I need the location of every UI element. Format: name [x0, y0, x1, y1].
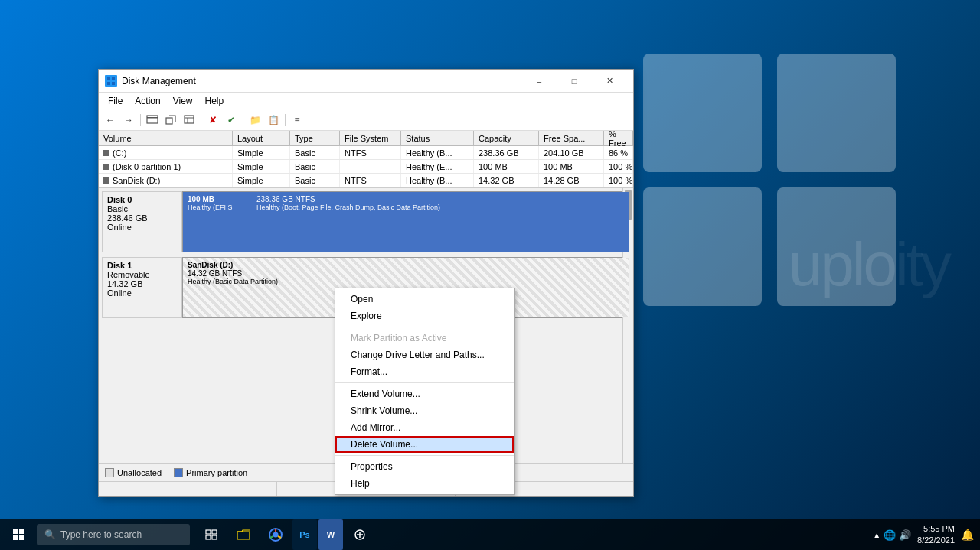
ctx-open[interactable]: Open: [335, 291, 514, 308]
cell-status-3: Healthy (B...: [401, 174, 474, 187]
minimize-button[interactable]: –: [521, 70, 557, 93]
cell-layout-1: Simple: [233, 146, 290, 159]
toolbar: ← → ✘ ✔ 📁 📋 ≡: [99, 109, 633, 131]
close-button[interactable]: ✕: [592, 70, 627, 93]
toolbar-btn1[interactable]: [144, 112, 161, 129]
disk0-row: Disk 0 Basic 238.46 GB Online 100 MB Hea…: [102, 191, 630, 252]
taskbar-photoshop[interactable]: Ps: [292, 519, 317, 550]
cell-fs-2: [340, 160, 401, 173]
toolbar-btn3[interactable]: [181, 112, 198, 129]
svg-rect-20: [206, 535, 211, 539]
legend-primary-label: Primary partition: [186, 468, 247, 477]
svg-rect-19: [212, 530, 217, 534]
ctx-properties[interactable]: Properties: [335, 458, 514, 475]
table-row[interactable]: (Disk 0 partition 1) Simple Basic Health…: [99, 160, 633, 174]
toolbar-forward[interactable]: →: [120, 112, 137, 129]
taskbar-taskview[interactable]: [196, 519, 227, 550]
toolbar-paste[interactable]: 📋: [265, 112, 282, 129]
sandisk-status: Healthy (Basic Data Partition): [188, 278, 625, 285]
toolbar-back[interactable]: ←: [102, 112, 119, 129]
col-pctfree[interactable]: % Free: [604, 131, 633, 145]
svg-rect-6: [107, 82, 110, 85]
toolbar-check[interactable]: ✔: [223, 112, 240, 129]
col-layout[interactable]: Layout: [233, 131, 290, 145]
disk0-status: Online: [107, 223, 177, 232]
cell-layout-2: Simple: [233, 160, 290, 173]
toolbar-btn2[interactable]: [162, 112, 179, 129]
cell-free-3: 14.28 GB: [539, 174, 604, 187]
disk0-partitions: 100 MB Healthy (EFI S 238.36 GB NTFS Hea…: [182, 191, 630, 252]
clock[interactable]: 5:55 PM 8/22/2021: [917, 523, 955, 547]
toolbar-delete[interactable]: ✘: [204, 112, 221, 129]
table-row[interactable]: SanDisk (D:) Simple Basic NTFS Healthy (…: [99, 174, 633, 187]
notification-button[interactable]: 🔔: [961, 529, 974, 541]
disk0-main-partition[interactable]: 238.36 GB NTFS Healthy (Boot, Page File,…: [252, 192, 629, 252]
main-info: 238.36 GB NTFS: [256, 195, 625, 203]
svg-rect-11: [185, 116, 194, 123]
tray-volume[interactable]: 🔊: [899, 529, 911, 541]
col-status[interactable]: Status: [401, 131, 474, 145]
menu-action[interactable]: Action: [129, 94, 166, 108]
cell-type-2: Basic: [290, 160, 340, 173]
col-capacity[interactable]: Capacity: [474, 131, 539, 145]
toolbar-sep4: [285, 114, 286, 126]
taskbar-search[interactable]: 🔍 Type here to search: [37, 524, 190, 545]
menu-help[interactable]: Help: [199, 94, 230, 108]
svg-rect-5: [112, 77, 115, 80]
disk1-status: Online: [107, 288, 177, 298]
menu-file[interactable]: File: [102, 94, 129, 108]
search-placeholder: Type here to search: [60, 529, 142, 540]
col-volume[interactable]: Volume: [99, 131, 233, 145]
ctx-change-drive[interactable]: Change Drive Letter and Paths...: [335, 347, 514, 363]
svg-rect-10: [166, 118, 172, 124]
disk0-efi-partition[interactable]: 100 MB Healthy (EFI S: [183, 192, 252, 252]
ctx-shrink[interactable]: Shrink Volume...: [335, 402, 514, 419]
disk1-size: 14.32 GB: [107, 279, 177, 288]
disk0-type: Basic: [107, 204, 177, 213]
cell-fs-3: NTFS: [340, 174, 401, 187]
svg-rect-2: [643, 187, 762, 306]
tray-chevron[interactable]: ▲: [873, 531, 880, 539]
table-header: Volume Layout Type File System Status Ca…: [99, 131, 633, 146]
ctx-sep1: [335, 327, 514, 327]
svg-rect-18: [206, 530, 211, 534]
taskbar-chrome[interactable]: [260, 519, 291, 550]
ctx-mirror[interactable]: Add Mirror...: [335, 419, 514, 436]
ctx-extend[interactable]: Extend Volume...: [335, 386, 514, 402]
menu-view[interactable]: View: [167, 94, 199, 108]
taskbar: 🔍 Type here to search Ps W ▲ 🌐: [0, 519, 980, 550]
ctx-explore[interactable]: Explore: [335, 308, 514, 324]
maximize-button[interactable]: □: [557, 70, 592, 93]
ctx-delete-volume[interactable]: Delete Volume...: [335, 436, 514, 453]
svg-point-23: [273, 532, 279, 538]
sandisk-size: 14.32 GB NTFS: [188, 269, 625, 278]
taskbar-explorer[interactable]: [228, 519, 259, 550]
sys-tray-icons: ▲ 🌐 🔊: [873, 529, 911, 541]
ctx-format[interactable]: Format...: [335, 363, 514, 380]
cell-pct-2: 100 %: [604, 160, 633, 173]
volume-table: Volume Layout Type File System Status Ca…: [99, 131, 633, 188]
toolbar-sep1: [140, 114, 141, 126]
svg-line-26: [270, 536, 273, 538]
start-button[interactable]: [0, 519, 37, 550]
toolbar-folder[interactable]: 📁: [247, 112, 263, 129]
table-row[interactable]: (C:) Simple Basic NTFS Healthy (B... 238…: [99, 146, 633, 160]
cell-free-1: 204.10 GB: [539, 146, 604, 159]
disk1-label: Disk 1 Removable 14.32 GB Online: [102, 257, 182, 318]
toolbar-props[interactable]: ≡: [289, 112, 305, 129]
svg-line-25: [278, 536, 281, 538]
ctx-help[interactable]: Help: [335, 475, 514, 492]
tray-network[interactable]: 🌐: [884, 529, 896, 541]
col-type[interactable]: Type: [290, 131, 340, 145]
menubar: File Action View Help: [99, 93, 633, 109]
col-freespace[interactable]: Free Spa...: [539, 131, 604, 145]
disk0-title: Disk 0: [107, 195, 177, 204]
taskbar-word[interactable]: W: [318, 519, 343, 550]
col-filesystem[interactable]: File System: [340, 131, 401, 145]
cell-type-1: Basic: [290, 146, 340, 159]
legend-unalloc-box: [105, 468, 114, 477]
taskbar-extra[interactable]: [345, 519, 375, 550]
toolbar-sep2: [201, 114, 201, 126]
disk0-size: 238.46 GB: [107, 213, 177, 223]
date-display: 8/22/2021: [917, 535, 955, 546]
